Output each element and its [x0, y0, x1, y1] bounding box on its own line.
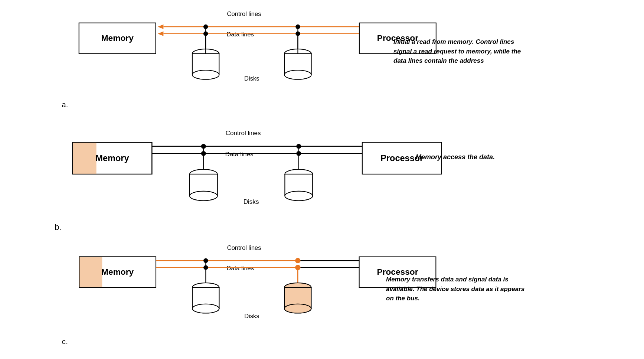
- svg-rect-27: [73, 142, 97, 174]
- svg-point-47: [285, 191, 313, 201]
- svg-text:Data lines: Data lines: [226, 31, 254, 38]
- svg-text:Memory: Memory: [101, 33, 134, 43]
- svg-text:a.: a.: [62, 100, 68, 109]
- svg-text:Data lines: Data lines: [225, 151, 253, 158]
- svg-text:b.: b.: [55, 223, 61, 232]
- svg-text:Disks: Disks: [244, 75, 259, 82]
- section-b-description: Memory access the data.: [416, 152, 527, 162]
- section-b: Memory Processor Control lines Data line…: [11, 123, 531, 238]
- svg-marker-6: [158, 25, 164, 29]
- svg-text:Disks: Disks: [243, 198, 259, 205]
- svg-point-22: [284, 70, 311, 79]
- svg-point-17: [192, 70, 219, 79]
- section-a-description: Initial a read from memory. Control line…: [393, 37, 527, 66]
- svg-point-74: [284, 304, 311, 313]
- svg-point-60: [295, 258, 300, 263]
- svg-text:c.: c.: [62, 337, 68, 346]
- svg-point-43: [190, 191, 218, 201]
- svg-rect-51: [79, 257, 102, 288]
- section-c-description: Memory transfers data and signal data is…: [386, 275, 527, 303]
- svg-text:Data lines: Data lines: [227, 265, 254, 272]
- svg-text:Control lines: Control lines: [226, 130, 261, 137]
- svg-text:Memory: Memory: [101, 267, 134, 277]
- svg-text:Disks: Disks: [244, 313, 259, 320]
- svg-text:Control lines: Control lines: [227, 10, 261, 17]
- section-a: Memory Processor Control lines Data line…: [11, 4, 531, 115]
- diagram-container: Memory Processor Control lines Data line…: [0, 0, 644, 359]
- svg-point-69: [192, 304, 219, 313]
- svg-text:Memory: Memory: [95, 153, 129, 163]
- svg-marker-11: [158, 31, 164, 36]
- section-c: Memory Processor Control lines Data line…: [11, 238, 531, 353]
- svg-text:Control lines: Control lines: [227, 244, 261, 251]
